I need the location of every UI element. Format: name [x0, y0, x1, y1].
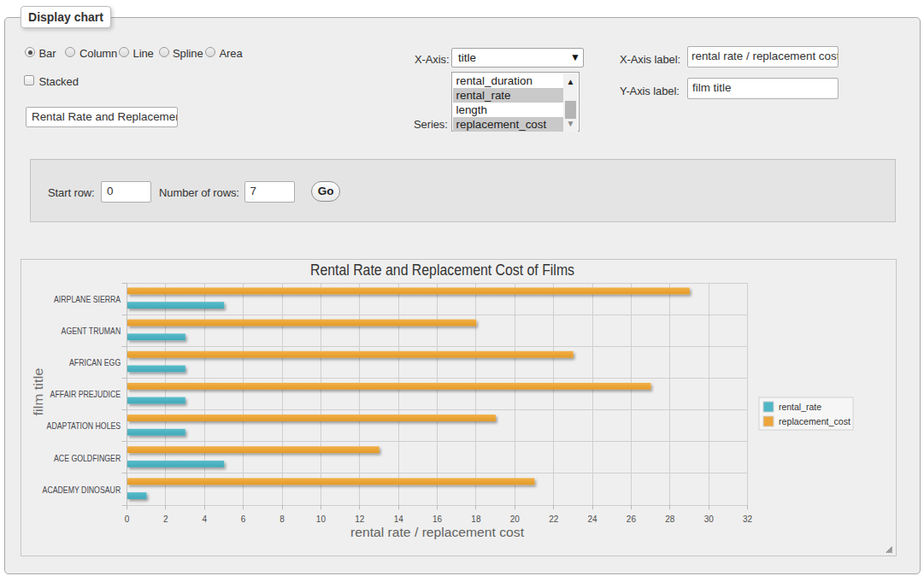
svg-text:32: 32 [743, 514, 753, 524]
svg-text:AFRICAN EGG: AFRICAN EGG [69, 357, 121, 367]
svg-text:14: 14 [394, 514, 404, 524]
svg-text:30: 30 [704, 514, 715, 524]
svg-text:0: 0 [125, 514, 130, 524]
svg-text:26: 26 [627, 514, 637, 524]
svg-text:rental rate / replacement cost: rental rate / replacement cost [350, 526, 524, 539]
svg-text:20: 20 [510, 514, 521, 524]
svg-text:rental_rate: rental_rate [779, 402, 821, 412]
svg-text:10: 10 [316, 514, 327, 524]
svg-text:4: 4 [203, 514, 208, 524]
svg-text:24: 24 [588, 514, 598, 524]
svg-text:28: 28 [665, 514, 675, 524]
svg-text:ACADEMY DINOSAUR: ACADEMY DINOSAUR [43, 485, 121, 495]
svg-text:AGENT TRUMAN: AGENT TRUMAN [62, 326, 121, 336]
svg-text:film title: film title [31, 368, 45, 416]
svg-text:8: 8 [280, 514, 285, 524]
svg-text:16: 16 [433, 514, 443, 524]
svg-text:replacement_cost: replacement_cost [779, 416, 850, 426]
svg-text:22: 22 [549, 514, 559, 524]
svg-text:AIRPLANE SIERRA: AIRPLANE SIERRA [54, 294, 121, 304]
svg-text:18: 18 [471, 514, 481, 524]
svg-text:2: 2 [163, 514, 168, 524]
svg-text:ADAPTATION HOLES: ADAPTATION HOLES [47, 420, 121, 431]
svg-text:6: 6 [241, 514, 246, 524]
svg-text:AFFAIR PREJUDICE: AFFAIR PREJUDICE [50, 389, 121, 399]
svg-text:12: 12 [355, 514, 365, 524]
svg-text:ACE GOLDFINGER: ACE GOLDFINGER [54, 453, 121, 463]
svg-text:Rental Rate and Replacement Co: Rental Rate and Replacement Cost of Film… [310, 262, 574, 279]
